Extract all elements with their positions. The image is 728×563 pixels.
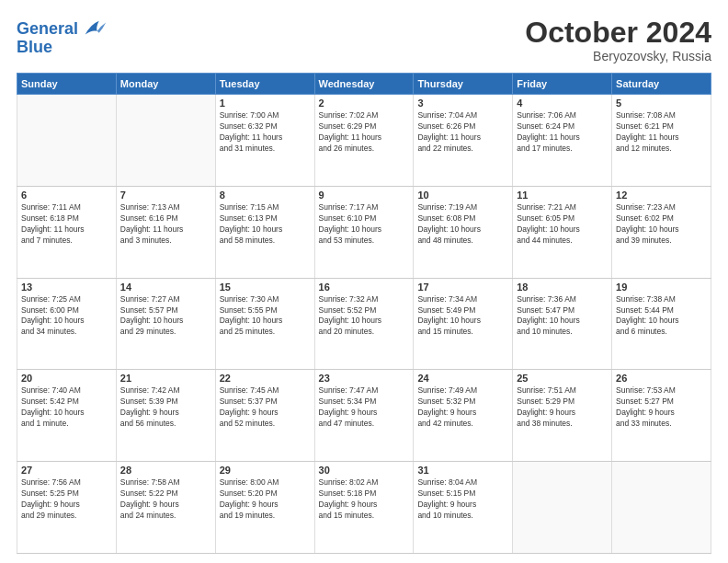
day-number: 19 bbox=[616, 282, 707, 293]
empty-cell bbox=[612, 462, 711, 554]
day-number: 30 bbox=[319, 465, 410, 476]
location: Beryozovsky, Russia bbox=[525, 49, 711, 63]
day-info: Sunrise: 7:38 AM Sunset: 5:44 PM Dayligh… bbox=[616, 294, 707, 339]
day-cell-25: 25Sunrise: 7:51 AM Sunset: 5:29 PM Dayli… bbox=[513, 370, 612, 462]
day-cell-28: 28Sunrise: 7:58 AM Sunset: 5:22 PM Dayli… bbox=[116, 462, 215, 554]
day-info: Sunrise: 7:27 AM Sunset: 5:57 PM Dayligh… bbox=[120, 294, 211, 339]
day-info: Sunrise: 7:49 AM Sunset: 5:32 PM Dayligh… bbox=[417, 385, 508, 430]
day-info: Sunrise: 7:40 AM Sunset: 5:42 PM Dayligh… bbox=[21, 385, 112, 430]
day-info: Sunrise: 8:04 AM Sunset: 5:15 PM Dayligh… bbox=[417, 477, 508, 522]
day-number: 23 bbox=[319, 373, 410, 384]
day-info: Sunrise: 7:30 AM Sunset: 5:55 PM Dayligh… bbox=[220, 294, 311, 339]
day-info: Sunrise: 7:00 AM Sunset: 6:32 PM Dayligh… bbox=[220, 110, 311, 155]
day-info: Sunrise: 7:11 AM Sunset: 6:18 PM Dayligh… bbox=[21, 202, 112, 247]
day-cell-19: 19Sunrise: 7:38 AM Sunset: 5:44 PM Dayli… bbox=[612, 278, 711, 370]
logo: General Blue bbox=[17, 17, 108, 57]
day-info: Sunrise: 7:04 AM Sunset: 6:26 PM Dayligh… bbox=[417, 110, 508, 155]
day-info: Sunrise: 8:02 AM Sunset: 5:18 PM Dayligh… bbox=[319, 477, 410, 522]
day-cell-8: 8Sunrise: 7:15 AM Sunset: 6:13 PM Daylig… bbox=[215, 186, 314, 278]
day-number: 18 bbox=[517, 282, 608, 293]
day-cell-22: 22Sunrise: 7:45 AM Sunset: 5:37 PM Dayli… bbox=[215, 370, 314, 462]
empty-cell bbox=[116, 95, 215, 187]
day-info: Sunrise: 7:36 AM Sunset: 5:47 PM Dayligh… bbox=[517, 294, 608, 339]
week-row-1: 1Sunrise: 7:00 AM Sunset: 6:32 PM Daylig… bbox=[17, 95, 711, 187]
day-cell-1: 1Sunrise: 7:00 AM Sunset: 6:32 PM Daylig… bbox=[215, 95, 314, 187]
day-info: Sunrise: 7:08 AM Sunset: 6:21 PM Dayligh… bbox=[616, 110, 707, 155]
day-info: Sunrise: 7:13 AM Sunset: 6:16 PM Dayligh… bbox=[120, 202, 211, 247]
day-number: 7 bbox=[120, 190, 211, 201]
day-number: 25 bbox=[517, 373, 608, 384]
day-cell-5: 5Sunrise: 7:08 AM Sunset: 6:21 PM Daylig… bbox=[612, 95, 711, 187]
day-info: Sunrise: 7:58 AM Sunset: 5:22 PM Dayligh… bbox=[120, 477, 211, 522]
day-number: 20 bbox=[21, 373, 112, 384]
day-info: Sunrise: 7:42 AM Sunset: 5:39 PM Dayligh… bbox=[120, 385, 211, 430]
week-row-4: 20Sunrise: 7:40 AM Sunset: 5:42 PM Dayli… bbox=[17, 370, 711, 462]
day-number: 16 bbox=[319, 282, 410, 293]
day-header-wednesday: Wednesday bbox=[314, 74, 414, 95]
day-info: Sunrise: 7:51 AM Sunset: 5:29 PM Dayligh… bbox=[517, 385, 608, 430]
day-header-saturday: Saturday bbox=[612, 74, 711, 95]
day-number: 12 bbox=[616, 190, 707, 201]
day-number: 31 bbox=[417, 465, 508, 476]
day-header-thursday: Thursday bbox=[414, 74, 513, 95]
day-number: 27 bbox=[21, 465, 112, 476]
day-cell-3: 3Sunrise: 7:04 AM Sunset: 6:26 PM Daylig… bbox=[414, 95, 513, 187]
day-cell-2: 2Sunrise: 7:02 AM Sunset: 6:29 PM Daylig… bbox=[314, 95, 414, 187]
day-info: Sunrise: 7:34 AM Sunset: 5:49 PM Dayligh… bbox=[417, 294, 508, 339]
day-info: Sunrise: 7:25 AM Sunset: 6:00 PM Dayligh… bbox=[21, 294, 112, 339]
day-number: 26 bbox=[616, 373, 707, 384]
day-cell-26: 26Sunrise: 7:53 AM Sunset: 5:27 PM Dayli… bbox=[612, 370, 711, 462]
day-cell-18: 18Sunrise: 7:36 AM Sunset: 5:47 PM Dayli… bbox=[513, 278, 612, 370]
day-number: 9 bbox=[319, 190, 410, 201]
day-number: 3 bbox=[417, 98, 508, 109]
day-info: Sunrise: 8:00 AM Sunset: 5:20 PM Dayligh… bbox=[220, 477, 311, 522]
day-header-monday: Monday bbox=[116, 74, 215, 95]
day-number: 17 bbox=[417, 282, 508, 293]
day-info: Sunrise: 7:56 AM Sunset: 5:25 PM Dayligh… bbox=[21, 477, 112, 522]
month-title: October 2024 bbox=[525, 17, 711, 49]
day-header-sunday: Sunday bbox=[17, 74, 117, 95]
day-cell-31: 31Sunrise: 8:04 AM Sunset: 5:15 PM Dayli… bbox=[414, 462, 513, 554]
logo-bird-icon bbox=[82, 17, 108, 42]
day-number: 29 bbox=[220, 465, 311, 476]
day-cell-23: 23Sunrise: 7:47 AM Sunset: 5:34 PM Dayli… bbox=[314, 370, 414, 462]
page: General Blue October 2024 Beryozovsky, R… bbox=[0, 0, 728, 563]
day-number: 1 bbox=[220, 98, 311, 109]
title-block: October 2024 Beryozovsky, Russia bbox=[525, 17, 711, 63]
day-info: Sunrise: 7:06 AM Sunset: 6:24 PM Dayligh… bbox=[517, 110, 608, 155]
day-info: Sunrise: 7:47 AM Sunset: 5:34 PM Dayligh… bbox=[319, 385, 410, 430]
day-cell-27: 27Sunrise: 7:56 AM Sunset: 5:25 PM Dayli… bbox=[17, 462, 117, 554]
day-number: 15 bbox=[220, 282, 311, 293]
day-cell-17: 17Sunrise: 7:34 AM Sunset: 5:49 PM Dayli… bbox=[414, 278, 513, 370]
day-cell-30: 30Sunrise: 8:02 AM Sunset: 5:18 PM Dayli… bbox=[314, 462, 414, 554]
day-info: Sunrise: 7:21 AM Sunset: 6:05 PM Dayligh… bbox=[517, 202, 608, 247]
week-row-5: 27Sunrise: 7:56 AM Sunset: 5:25 PM Dayli… bbox=[17, 462, 711, 554]
week-row-2: 6Sunrise: 7:11 AM Sunset: 6:18 PM Daylig… bbox=[17, 186, 711, 278]
header: General Blue October 2024 Beryozovsky, R… bbox=[17, 17, 711, 63]
day-cell-16: 16Sunrise: 7:32 AM Sunset: 5:52 PM Dayli… bbox=[314, 278, 414, 370]
day-number: 6 bbox=[21, 190, 112, 201]
day-number: 22 bbox=[220, 373, 311, 384]
day-info: Sunrise: 7:23 AM Sunset: 6:02 PM Dayligh… bbox=[616, 202, 707, 247]
day-cell-13: 13Sunrise: 7:25 AM Sunset: 6:00 PM Dayli… bbox=[17, 278, 117, 370]
day-number: 10 bbox=[417, 190, 508, 201]
day-info: Sunrise: 7:45 AM Sunset: 5:37 PM Dayligh… bbox=[220, 385, 311, 430]
day-info: Sunrise: 7:19 AM Sunset: 6:08 PM Dayligh… bbox=[417, 202, 508, 247]
day-number: 14 bbox=[120, 282, 211, 293]
day-cell-9: 9Sunrise: 7:17 AM Sunset: 6:10 PM Daylig… bbox=[314, 186, 414, 278]
logo-general: General bbox=[17, 20, 78, 39]
day-cell-29: 29Sunrise: 8:00 AM Sunset: 5:20 PM Dayli… bbox=[215, 462, 314, 554]
day-number: 4 bbox=[517, 98, 608, 109]
day-cell-21: 21Sunrise: 7:42 AM Sunset: 5:39 PM Dayli… bbox=[116, 370, 215, 462]
day-info: Sunrise: 7:53 AM Sunset: 5:27 PM Dayligh… bbox=[616, 385, 707, 430]
day-info: Sunrise: 7:02 AM Sunset: 6:29 PM Dayligh… bbox=[319, 110, 410, 155]
day-cell-12: 12Sunrise: 7:23 AM Sunset: 6:02 PM Dayli… bbox=[612, 186, 711, 278]
day-number: 8 bbox=[220, 190, 311, 201]
day-number: 24 bbox=[417, 373, 508, 384]
empty-cell bbox=[513, 462, 612, 554]
day-info: Sunrise: 7:17 AM Sunset: 6:10 PM Dayligh… bbox=[319, 202, 410, 247]
day-cell-7: 7Sunrise: 7:13 AM Sunset: 6:16 PM Daylig… bbox=[116, 186, 215, 278]
day-number: 11 bbox=[517, 190, 608, 201]
day-header-friday: Friday bbox=[513, 74, 612, 95]
day-cell-11: 11Sunrise: 7:21 AM Sunset: 6:05 PM Dayli… bbox=[513, 186, 612, 278]
